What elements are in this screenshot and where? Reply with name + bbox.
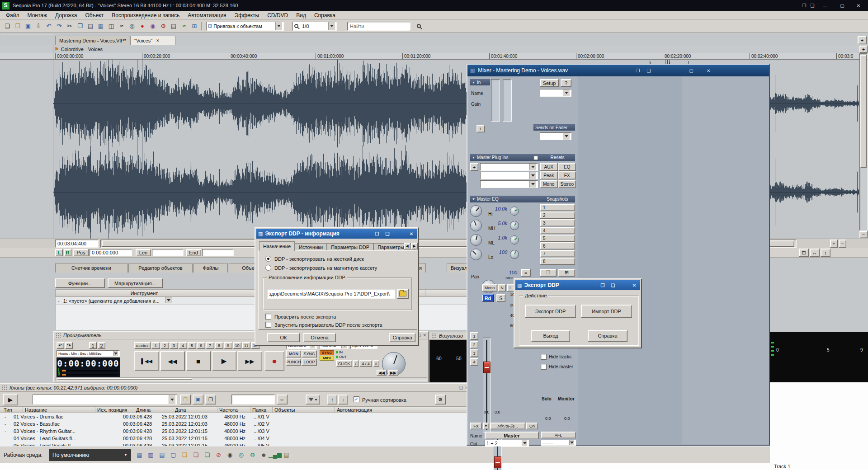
reset-button[interactable]: AUX xyxy=(540,163,558,171)
record-icon[interactable]: ● xyxy=(137,22,147,31)
ddp-export-titlebar[interactable]: ▥ Экспорт DDP ❐ ❏ ✕ xyxy=(515,280,640,290)
fx-dropdown-button[interactable]: ▼ xyxy=(483,423,489,429)
clips-row[interactable]: - 01 Voices - Drums.flac 00:03:06:428 25… xyxy=(0,413,470,420)
rewind-button[interactable]: ◀◀ xyxy=(160,351,185,371)
radio-harddisk[interactable] xyxy=(265,256,271,262)
visualizer-header[interactable]: Визуализо xyxy=(429,332,467,340)
bank-button[interactable]: 4 xyxy=(470,358,478,366)
dialog-close-icon[interactable]: ✕ xyxy=(407,230,415,237)
manual-sort-checkbox[interactable]: ✓ xyxy=(354,396,359,402)
notes-icon[interactable]: ▤ xyxy=(282,451,291,460)
mixer-in-header[interactable]: ▼In xyxy=(470,79,490,85)
drag-handle-icon[interactable] xyxy=(2,385,7,390)
zoom-in-button[interactable]: + xyxy=(830,240,838,248)
dialog-undock-icon[interactable]: ❏ xyxy=(383,230,392,237)
layout-rows-icon[interactable]: ▤ xyxy=(157,451,166,460)
dialog-tab[interactable]: Параметры DDP xyxy=(327,243,373,251)
copy-icon[interactable]: ❐ xyxy=(75,22,85,31)
dialog-undock-icon[interactable]: ❏ xyxy=(609,282,617,289)
col-type[interactable]: Тип xyxy=(2,407,12,413)
undo-range-button[interactable]: ↶ xyxy=(57,342,64,349)
midi-keys-icon[interactable]: ▤ xyxy=(169,22,179,31)
layout-grid-icon[interactable]: ▦ xyxy=(135,451,144,460)
snap-mode-select[interactable]: ⊞ Привязка к объектам xyxy=(206,22,284,31)
midi-led[interactable]: MIDI xyxy=(320,356,334,361)
recycle-icon[interactable]: ♻ xyxy=(248,451,257,460)
window-green-icon[interactable]: ❏ xyxy=(203,451,212,460)
layout-columns-icon[interactable]: ▥ xyxy=(146,451,155,460)
input-fader-l[interactable] xyxy=(491,79,500,122)
metronome-settings-button[interactable]: # xyxy=(373,360,379,367)
snapshot-slot[interactable]: 2 xyxy=(540,212,575,219)
sends-select[interactable] xyxy=(540,132,571,140)
menubar-item[interactable]: Объект xyxy=(81,12,108,19)
mixer-maximize-icon[interactable]: ▢ xyxy=(687,67,695,74)
add-tab-button[interactable]: + xyxy=(858,36,867,44)
dialog-tab[interactable]: Назначение xyxy=(259,241,295,251)
col-length[interactable]: Длина xyxy=(134,407,151,413)
visualizer-icon[interactable]: ≈ xyxy=(179,22,189,31)
clips-settings-button[interactable]: ⚙ xyxy=(435,395,446,404)
range-mode-icon[interactable]: ◫ xyxy=(106,22,116,31)
stop-button[interactable]: ■ xyxy=(186,351,211,371)
close-button[interactable]: ✕ xyxy=(851,2,866,9)
mixtofile-button[interactable]: MixToFile... xyxy=(490,423,525,429)
reset-button[interactable]: EQ xyxy=(558,163,576,171)
clips-row[interactable]: - 02 Voices - Bass.flac 00:03:06:428 25.… xyxy=(0,420,470,428)
ddp-info-titlebar[interactable]: ▥ Экспорт DDP - информация ❐ ❏ ✕ xyxy=(256,229,417,239)
mixer-setup-button[interactable]: Setup xyxy=(540,79,559,87)
help-button[interactable]: Справка xyxy=(588,330,627,342)
exit-button[interactable]: Выход xyxy=(531,330,570,342)
menubar-item[interactable]: Эффекты xyxy=(231,12,264,19)
clips-copy-button[interactable]: ❐ xyxy=(205,395,216,404)
routing-button[interactable]: Маршрутизация... xyxy=(108,278,163,288)
object-marker-flag-icon[interactable]: ⚑ xyxy=(54,46,59,52)
arrange-vscrollbar[interactable] xyxy=(859,53,868,230)
ddp-path-input[interactable]: здор\Documents\MAGIX\Sequoia Pro 17\DDP_… xyxy=(267,289,395,299)
eq-freq-knob[interactable] xyxy=(470,234,482,246)
minimize-button[interactable]: — xyxy=(816,2,834,9)
dialog-help-button[interactable]: Справка xyxy=(389,333,415,342)
reset-button[interactable]: Mono xyxy=(540,180,558,188)
time-ruler[interactable]: 00:00:00:00000:00:20:00000:00:40:00000:0… xyxy=(0,53,868,60)
dock-window-icon[interactable]: ❐ xyxy=(800,2,808,9)
reset-button[interactable]: Stereo xyxy=(558,180,576,188)
clips-row[interactable]: - 03 Voices - Rhythm Guitar... 00:03:06:… xyxy=(0,428,470,435)
export-ddp-button[interactable]: Экспорт DDP xyxy=(525,305,576,318)
clips-float-icon[interactable]: ❏ xyxy=(459,385,462,390)
marker-button[interactable]: 2 xyxy=(160,342,169,349)
snap-grid-icon[interactable]: ⊞ xyxy=(189,22,199,31)
snapshot-slot[interactable]: 4 xyxy=(540,227,575,234)
save-icon[interactable]: ▣ xyxy=(23,22,33,31)
marker-button[interactable]: 6 xyxy=(197,342,205,349)
range-2-button[interactable]: 2 xyxy=(98,342,105,349)
fit-vertical-button[interactable]: ↕ xyxy=(821,249,830,257)
verify-checkbox[interactable] xyxy=(265,314,271,320)
browse-folder-button[interactable] xyxy=(397,289,409,299)
col-automation[interactable]: Автоматизация xyxy=(335,407,372,413)
record-button[interactable]: ● xyxy=(264,351,284,371)
bank-button[interactable]: 2 xyxy=(470,341,478,348)
marker-label-button[interactable]: marker xyxy=(134,342,151,349)
snapshot-slot[interactable]: 6 xyxy=(540,242,575,249)
menubar-item[interactable]: Воспроизведение и запись xyxy=(108,12,184,19)
object-label[interactable]: Colordrive - Voices xyxy=(61,47,103,52)
mixer-undock-icon[interactable]: ❏ xyxy=(645,67,653,74)
no-entry-icon[interactable]: ⊘ xyxy=(214,451,223,460)
channel-r-button[interactable]: R xyxy=(64,249,71,256)
fader-cap-l[interactable] xyxy=(483,362,491,373)
input-plugin-add-button[interactable]: + xyxy=(476,125,485,132)
marker-button[interactable]: 11 xyxy=(242,342,250,349)
search-button[interactable] xyxy=(414,22,424,31)
master-eq-header[interactable]: ▼Master EQ xyxy=(470,196,540,202)
menubar-item[interactable]: Файл xyxy=(2,12,24,19)
marker-button[interactable]: 8 xyxy=(215,342,223,349)
marker-button[interactable]: 4 xyxy=(179,342,187,349)
vscroll-down-button[interactable]: − xyxy=(859,231,868,238)
time-signature-button[interactable]: 4 / 4 xyxy=(359,360,372,367)
dialog-tab[interactable]: Источники xyxy=(295,243,327,251)
read-automation-button[interactable]: Rd xyxy=(482,294,494,302)
transport-close-icon[interactable]: ✕ xyxy=(423,333,426,338)
len-value[interactable] xyxy=(152,249,184,256)
eq-freq-knob[interactable] xyxy=(470,220,482,231)
